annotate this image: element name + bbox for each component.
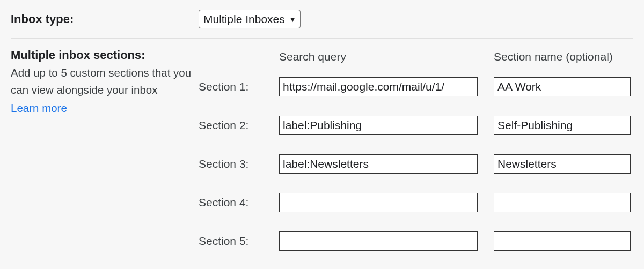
sections-grid-header: Search query Section name (optional)	[199, 50, 633, 63]
section-name-input[interactable]	[494, 193, 631, 212]
inbox-type-row: Inbox type: Multiple Inboxes ▼	[11, 10, 633, 39]
inbox-type-select-wrapper[interactable]: Multiple Inboxes ▼	[199, 10, 301, 28]
learn-more-link[interactable]: Learn more	[11, 102, 67, 115]
multiple-inbox-sections-title: Multiple inbox sections:	[11, 48, 199, 62]
inbox-type-select[interactable]: Multiple Inboxes	[199, 10, 301, 28]
section-name-input[interactable]	[494, 77, 631, 96]
search-query-header: Search query	[279, 50, 494, 63]
section-row: Section 4:	[199, 193, 633, 212]
section-query-input[interactable]	[279, 193, 478, 212]
section-query-input[interactable]	[279, 154, 478, 174]
section-row: Section 1:	[199, 77, 633, 96]
section-name-input[interactable]	[494, 231, 631, 251]
section-label: Section 2:	[199, 119, 279, 132]
section-name-input[interactable]	[494, 116, 631, 135]
section-query-input[interactable]	[279, 116, 478, 135]
section-label: Section 3:	[199, 158, 279, 170]
section-label: Section 1:	[199, 80, 279, 93]
section-query-input[interactable]	[279, 231, 478, 251]
section-row: Section 3:	[199, 154, 633, 174]
section-row: Section 5:	[199, 231, 633, 251]
section-name-header: Section name (optional)	[494, 50, 633, 63]
sections-grid: Search query Section name (optional) Sec…	[199, 48, 633, 269]
inbox-type-label: Inbox type:	[11, 12, 74, 26]
section-row: Section 2:	[199, 116, 633, 135]
section-label: Section 5:	[199, 235, 279, 248]
section-name-input[interactable]	[494, 154, 631, 174]
section-label: Section 4:	[199, 196, 279, 209]
section-query-input[interactable]	[279, 77, 478, 96]
multiple-inbox-sections-area: Multiple inbox sections: Add up to 5 cus…	[11, 39, 633, 269]
multiple-inbox-sections-description: Add up to 5 custom sections that you can…	[11, 64, 199, 99]
